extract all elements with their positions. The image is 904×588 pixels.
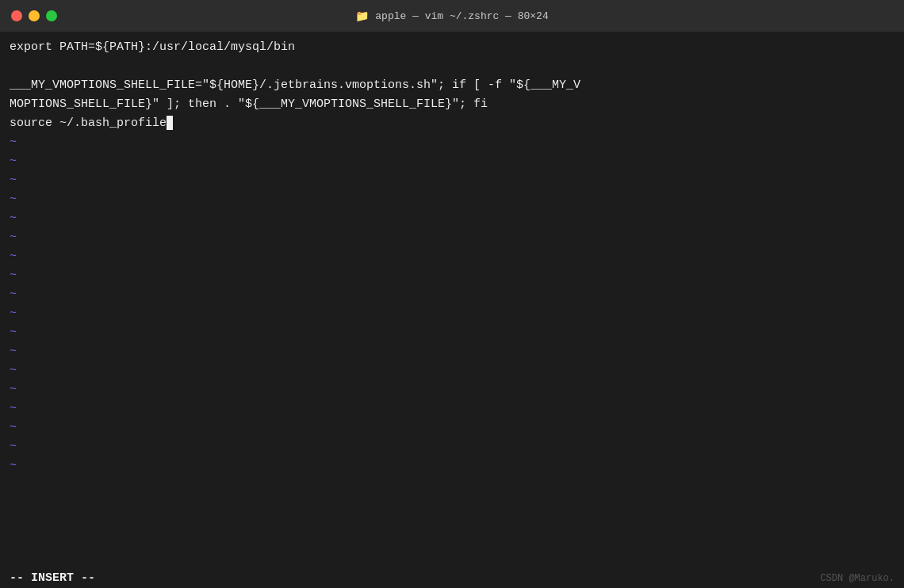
tilde-14: ~ — [10, 380, 894, 399]
tilde-18: ~ — [10, 456, 894, 475]
code-line-4: MOPTIONS_SHELL_FILE}" ]; then . "${___MY… — [10, 95, 894, 114]
tilde-13: ~ — [10, 361, 894, 380]
terminal-content[interactable]: export PATH=${PATH}:/usr/local/mysql/bin… — [0, 32, 904, 568]
tilde-1: ~ — [10, 133, 894, 152]
window-title: 📁 apple — vim ~/.zshrc — 80×24 — [355, 10, 548, 23]
cursor — [167, 116, 173, 130]
tilde-16: ~ — [10, 418, 894, 437]
tilde-4: ~ — [10, 190, 894, 209]
tilde-6: ~ — [10, 228, 894, 247]
maximize-button[interactable] — [46, 10, 57, 21]
title-bar: 📁 apple — vim ~/.zshrc — 80×24 — [0, 0, 904, 32]
code-line-3: ___MY_VMOPTIONS_SHELL_FILE="${HOME}/.jet… — [10, 76, 894, 95]
terminal-window: 📁 apple — vim ~/.zshrc — 80×24 export PA… — [0, 0, 904, 588]
traffic-lights — [11, 10, 57, 21]
watermark: CSDN @Maruko. — [820, 573, 894, 584]
tilde-15: ~ — [10, 399, 894, 418]
code-line-5: source ~/.bash_profile — [10, 114, 894, 133]
status-bar: -- INSERT -- CSDN @Maruko. — [0, 568, 904, 588]
folder-icon: 📁 — [355, 10, 369, 23]
tilde-10: ~ — [10, 304, 894, 323]
tilde-2: ~ — [10, 152, 894, 171]
code-line-1: export PATH=${PATH}:/usr/local/mysql/bin — [10, 38, 894, 57]
tilde-9: ~ — [10, 285, 894, 304]
title-text: apple — vim ~/.zshrc — 80×24 — [375, 10, 548, 22]
tilde-5: ~ — [10, 209, 894, 228]
code-line-2 — [10, 57, 894, 76]
tilde-12: ~ — [10, 342, 894, 361]
close-button[interactable] — [11, 10, 22, 21]
minimize-button[interactable] — [29, 10, 40, 21]
vim-mode: -- INSERT -- — [10, 571, 95, 585]
tilde-8: ~ — [10, 266, 894, 285]
tilde-7: ~ — [10, 247, 894, 266]
tilde-3: ~ — [10, 171, 894, 190]
tilde-17: ~ — [10, 437, 894, 456]
tilde-11: ~ — [10, 323, 894, 342]
